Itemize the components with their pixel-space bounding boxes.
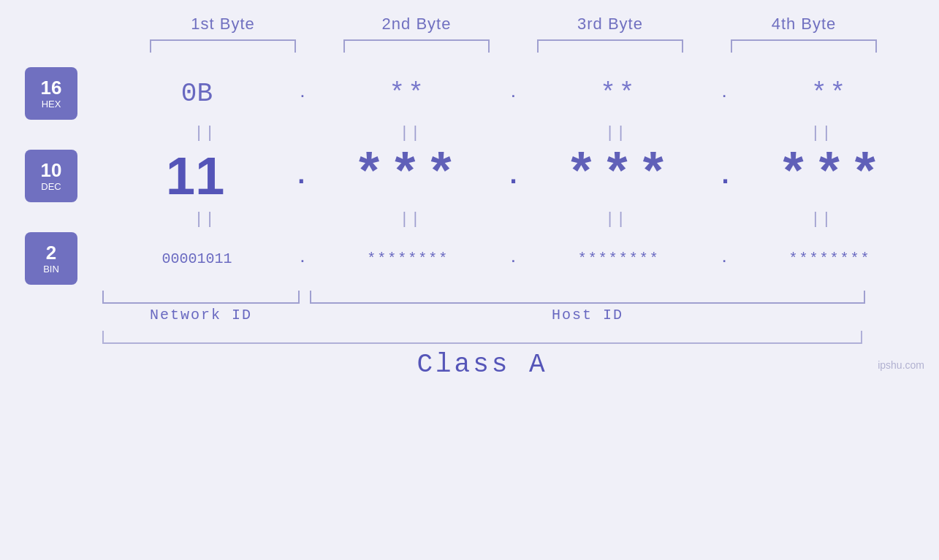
dec-dot3: . xyxy=(718,161,734,191)
hex-dot1: . xyxy=(298,86,306,101)
bin-byte1-cell: 00001011 xyxy=(116,250,277,267)
hex-byte2-value: ** xyxy=(389,79,427,109)
hex-byte1-cell: 0B xyxy=(116,79,277,109)
hex-byte4-value: ** xyxy=(811,79,848,109)
sep2-byte2: || xyxy=(330,210,491,229)
hex-badge-num: 16 xyxy=(41,77,62,99)
separator-row-1: || || || || xyxy=(0,120,939,146)
class-label: Class A xyxy=(102,350,862,380)
bin-byte2-value: ******** xyxy=(367,250,449,267)
dec-byte4-cell: *** xyxy=(751,146,912,206)
hex-content: 0B . ** . ** . ** xyxy=(102,79,939,109)
sep1-byte3: || xyxy=(536,124,696,142)
hex-byte3-cell: ** xyxy=(539,79,699,109)
byte-headers: 1st Byte 2nd Byte 3rd Byte 4th Byte xyxy=(126,15,901,34)
sep2-byte1: || xyxy=(125,210,286,229)
sep1-byte1: || xyxy=(125,124,286,142)
main-container: 1st Byte 2nd Byte 3rd Byte 4th Byte 16 H… xyxy=(0,0,939,560)
hex-dot2: . xyxy=(509,86,517,101)
hex-badge-label: HEX xyxy=(42,99,61,110)
dec-badge: 10 DEC xyxy=(25,150,77,202)
bottom-section: Network ID Host ID Class A ipshu.com xyxy=(0,288,939,380)
class-bracket xyxy=(102,331,862,344)
bin-tier: 2 BIN 00001011 . ******** . ******** . *… xyxy=(0,232,939,285)
dec-byte4-value: *** xyxy=(778,146,886,206)
dec-byte3-value: *** xyxy=(566,146,674,206)
network-id-label: Network ID xyxy=(102,307,300,323)
dec-byte2-value: *** xyxy=(354,146,462,206)
bin-byte2-cell: ******** xyxy=(327,250,488,267)
host-id-label: Host ID xyxy=(310,307,865,323)
byte-label-3: 3rd Byte xyxy=(530,15,691,34)
bracket-1 xyxy=(150,39,296,53)
bin-dot3: . xyxy=(721,251,729,266)
bin-content: 00001011 . ******** . ******** . *******… xyxy=(102,250,939,267)
dec-dot1: . xyxy=(293,161,309,191)
dec-dot2: . xyxy=(506,161,522,191)
hex-byte2-cell: ** xyxy=(327,79,488,109)
dec-byte2-cell: *** xyxy=(327,146,487,206)
dec-badge-container: 10 DEC xyxy=(0,150,102,202)
bin-byte1-value: 00001011 xyxy=(161,250,232,267)
bin-byte4-cell: ******** xyxy=(750,250,911,267)
hex-dot3: . xyxy=(721,86,729,101)
dec-badge-label: DEC xyxy=(41,181,61,192)
sep2-byte3: || xyxy=(536,210,696,229)
watermark: ipshu.com xyxy=(878,359,924,371)
bin-byte4-value: ******** xyxy=(789,250,871,267)
dec-content: 11 . *** . *** . *** xyxy=(102,146,939,206)
bin-badge-num: 2 xyxy=(46,242,56,264)
bin-dot2: . xyxy=(509,251,517,266)
dec-badge-num: 10 xyxy=(41,160,62,181)
bracket-3 xyxy=(537,39,683,53)
byte-label-4: 4th Byte xyxy=(723,15,884,34)
bin-dot1: . xyxy=(298,251,306,266)
hex-badge: 16 HEX xyxy=(25,67,77,120)
host-bracket xyxy=(310,291,865,304)
byte-label-2: 2nd Byte xyxy=(336,15,497,34)
byte-label-1: 1st Byte xyxy=(142,15,303,34)
sep1-byte2: || xyxy=(330,124,491,142)
hex-byte3-value: ** xyxy=(600,79,637,109)
bracket-4 xyxy=(731,39,877,53)
sep1-byte4: || xyxy=(741,124,902,142)
bracket-2 xyxy=(343,39,490,53)
dec-byte1-cell: 11 xyxy=(115,146,275,206)
dec-byte1-value: 11 xyxy=(166,146,224,206)
dec-byte3-cell: *** xyxy=(539,146,700,206)
dec-tier: 10 DEC 11 . *** . *** . *** xyxy=(0,146,939,206)
hex-byte4-cell: ** xyxy=(750,79,911,109)
hex-byte1-value: 0B xyxy=(181,79,213,109)
bin-byte3-cell: ******** xyxy=(539,250,699,267)
hex-tier: 16 HEX 0B . ** . ** . ** xyxy=(0,67,939,120)
bin-badge-container: 2 BIN xyxy=(0,232,102,285)
bin-byte3-value: ******** xyxy=(578,250,660,267)
bin-badge: 2 BIN xyxy=(25,232,77,285)
network-bracket xyxy=(102,291,300,304)
sep2-byte4: || xyxy=(741,210,902,229)
hex-badge-container: 16 HEX xyxy=(0,67,102,120)
separator-row-2: || || || || xyxy=(0,206,939,232)
top-brackets xyxy=(126,39,901,53)
bin-badge-label: BIN xyxy=(43,264,59,275)
